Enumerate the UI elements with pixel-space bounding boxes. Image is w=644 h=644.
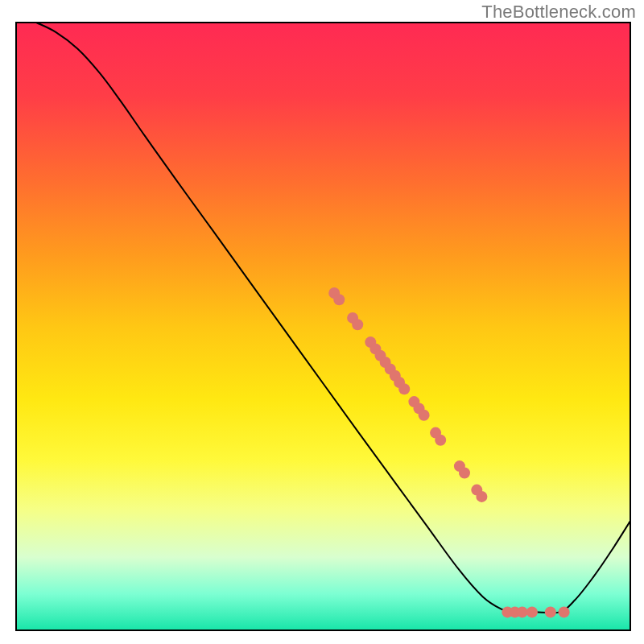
gradient-background — [16, 23, 630, 630]
scatter-dot — [559, 606, 570, 617]
scatter-dot — [333, 294, 345, 305]
chart-svg — [0, 0, 644, 644]
chart-stage: TheBottleneck.com — [0, 0, 644, 644]
watermark-text: TheBottleneck.com — [481, 2, 636, 23]
scatter-dot — [352, 319, 363, 330]
scatter-dot — [545, 606, 556, 617]
scatter-dot — [398, 383, 410, 394]
scatter-dot — [476, 491, 487, 502]
scatter-dot — [459, 468, 470, 479]
scatter-dot — [435, 435, 446, 446]
scatter-dot — [517, 606, 528, 617]
scatter-dot — [419, 410, 430, 421]
scatter-dot — [526, 606, 538, 617]
